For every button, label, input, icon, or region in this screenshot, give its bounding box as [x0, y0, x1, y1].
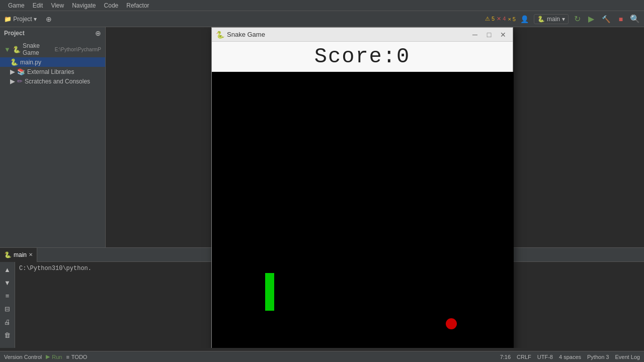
sidebar-item-ext-libraries[interactable]: ▶ 📚 External Libraries: [0, 67, 105, 76]
panel-scroll-up-btn[interactable]: ▲: [2, 264, 13, 275]
profile-btn[interactable]: 👤: [519, 13, 531, 25]
status-left: Version Control ▶ Run ≡ TODO: [4, 353, 87, 360]
run-config-selector[interactable]: 🐍 main ▾: [534, 14, 569, 24]
snake-game-file-icon: 🐍: [13, 46, 21, 53]
panel-filter-btn[interactable]: ⊟: [2, 303, 13, 314]
status-bar: Version Control ▶ Run ≡ TODO 7:16 CRLF U…: [0, 351, 644, 362]
menu-bar: Game Edit View Navigate Code Refactor: [0, 0, 644, 11]
status-encoding[interactable]: UTF-8: [537, 354, 553, 360]
menu-navigate[interactable]: Navigate: [68, 2, 100, 9]
food-item: [446, 318, 457, 329]
run-config-name: main: [547, 16, 560, 23]
status-right: 7:16 CRLF UTF-8 4 spaces Python 3 Event …: [500, 354, 640, 360]
status-vcs[interactable]: Version Control: [4, 354, 42, 360]
status-indent[interactable]: 4 spaces: [559, 354, 581, 360]
panel-print-btn[interactable]: 🖨: [2, 316, 13, 327]
sidebar-item-snake-game[interactable]: ▼ 🐍 Snake Game E:\Python\PycharmP: [0, 41, 105, 57]
game-titlebar: 🐍 Snake Game ─ □ ✕: [212, 28, 513, 42]
info-badge: × 5: [508, 16, 516, 22]
error-badge: ✕ 4: [497, 16, 506, 22]
scratches-chevron: ▶: [10, 77, 15, 85]
build-btn[interactable]: 🔨: [600, 13, 612, 25]
panel-tab-icon: 🐍: [4, 251, 12, 258]
status-python[interactable]: Python 3: [587, 354, 609, 360]
game-score-area: Score:0: [212, 42, 513, 72]
menu-code[interactable]: Code: [100, 2, 123, 9]
sidebar-snake-path: E:\Python\PycharmP: [55, 47, 101, 52]
sidebar-scratches-label: Scratches and Consoles: [25, 78, 90, 85]
ext-lib-icon: 📚: [17, 68, 25, 75]
sidebar-item-scratches[interactable]: ▶ ✏ Scratches and Consoles: [0, 76, 105, 86]
sidebar-item-mainpy[interactable]: 🐍 main.py: [0, 57, 105, 67]
sidebar-title: Project: [4, 30, 25, 37]
panel-trash-btn[interactable]: 🗑: [2, 329, 13, 340]
snake-game-icon: ▼: [4, 46, 11, 53]
run-triangle: ▶: [46, 353, 50, 360]
minimize-btn[interactable]: ─: [469, 29, 480, 40]
sidebar-mainpy-label: main.py: [20, 59, 41, 66]
status-position[interactable]: 7:16: [500, 354, 511, 360]
mainpy-icon: 🐍: [10, 58, 18, 66]
game-score-text: Score:0: [314, 45, 410, 69]
status-run[interactable]: ▶ Run: [46, 353, 62, 360]
run-config-chevron: ▾: [562, 16, 565, 23]
run-config-icon: 🐍: [537, 16, 545, 23]
toolbar: 📁 Project ▾ ⊕ ⚠ 5 ✕ 4 × 5 👤 🐍 main ▾ ↻ ▶…: [0, 11, 644, 27]
scratches-icon: ✏: [17, 77, 23, 85]
snake-segment-1: [265, 273, 274, 311]
game-canvas[interactable]: [212, 72, 514, 348]
add-content-btn[interactable]: ⊕: [43, 13, 55, 25]
game-window-icon: 🐍: [216, 31, 224, 39]
menu-view[interactable]: View: [47, 2, 68, 9]
game-window: 🐍 Snake Game ─ □ ✕ Score:0: [211, 27, 513, 348]
status-todo[interactable]: ≡ TODO: [66, 354, 87, 360]
warning-area: ⚠ 5 ✕ 4 × 5: [485, 16, 516, 22]
warning-badge: ⚠ 5: [485, 16, 495, 22]
maximize-btn[interactable]: □: [484, 29, 495, 40]
run-label: Run: [52, 354, 62, 360]
game-window-title: Snake Game: [227, 31, 466, 38]
refresh-btn[interactable]: ↻: [572, 14, 583, 25]
close-btn[interactable]: ✕: [498, 29, 509, 40]
panel-tab-label: main: [14, 251, 27, 258]
panel-wrap-btn[interactable]: ≡: [2, 290, 13, 301]
todo-label: TODO: [71, 354, 88, 360]
run-btn[interactable]: ▶: [586, 14, 597, 25]
toolbar-right: ⚠ 5 ✕ 4 × 5 👤 🐍 main ▾ ↻ ▶ 🔨 ■ 🔍: [485, 13, 640, 25]
menu-game[interactable]: Game: [4, 2, 29, 9]
menu-refactor[interactable]: Refactor: [122, 2, 153, 9]
todo-icon: ≡: [66, 354, 69, 360]
vcs-label: Version Control: [4, 354, 42, 360]
menu-edit[interactable]: Edit: [29, 2, 47, 9]
sidebar-snake-game-label: Snake Game: [23, 42, 52, 56]
panel-scroll-down-btn[interactable]: ▼: [2, 277, 13, 288]
panel-tab-main[interactable]: 🐍 main ✕: [0, 248, 37, 262]
terminal-output: C:\Python310\python.: [19, 265, 92, 272]
stop-btn[interactable]: ■: [615, 13, 627, 25]
ext-lib-chevron: ▶: [10, 68, 15, 75]
sidebar-header: Project ⊕: [0, 27, 105, 39]
project-dropdown-label[interactable]: 📁 Project ▾: [4, 16, 37, 23]
search-everywhere-btn[interactable]: 🔍: [630, 14, 640, 24]
panel-actions: ▲ ▼ ≡ ⊟ 🖨 🗑: [0, 262, 15, 348]
sidebar-ext-lib-label: External Libraries: [27, 68, 74, 75]
panel-tab-close-btn[interactable]: ✕: [29, 252, 33, 257]
status-event-log[interactable]: Event Log: [615, 354, 640, 360]
sidebar-add-btn[interactable]: ⊕: [95, 29, 101, 37]
status-line-ending[interactable]: CRLF: [517, 354, 531, 360]
